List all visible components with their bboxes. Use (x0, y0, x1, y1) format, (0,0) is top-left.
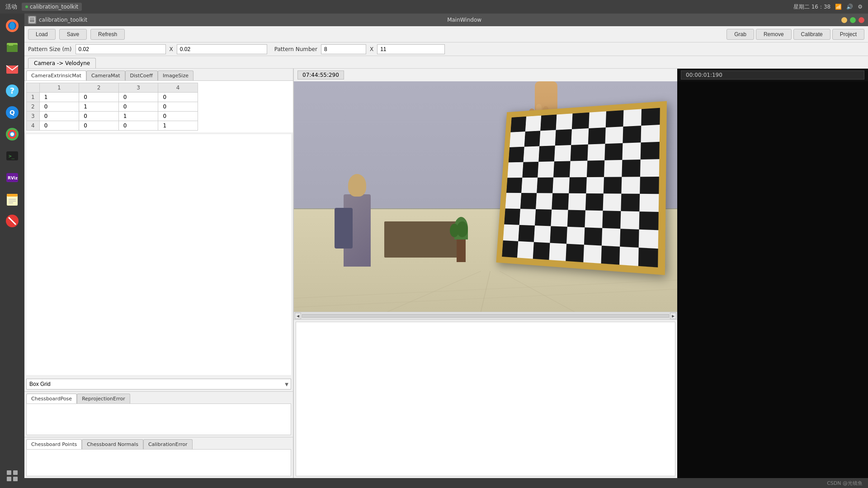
chess-cell (518, 225, 535, 242)
scroll-right-arrow[interactable]: ▶ (670, 313, 676, 319)
app-taskbar-label: calibration_toolkit (30, 4, 78, 10)
matrix-table: 1 2 3 4 1 1 0 (26, 83, 198, 131)
window-close-btn[interactable] (859, 17, 864, 23)
dock-chrome[interactable] (2, 124, 23, 145)
chess-cell (623, 126, 641, 143)
tab-chessboard-pose[interactable]: ChessboardPose (26, 394, 77, 404)
box-grid-select[interactable]: Box Grid (26, 379, 291, 389)
chess-cell (540, 114, 557, 131)
dock-notes[interactable] (2, 189, 23, 210)
svg-rect-3 (7, 45, 18, 52)
chess-cell (552, 177, 570, 193)
tab-image-size[interactable]: ImageSize (158, 70, 193, 80)
status-bar: CSDN @光镜鱼 (24, 478, 868, 488)
system-time: 星期二 16：38 (793, 3, 830, 11)
dock-files[interactable] (2, 37, 23, 58)
svg-line-34 (294, 280, 677, 298)
chess-cell (586, 160, 604, 177)
matrix-cell-2-1: 0 (39, 102, 79, 112)
chess-cell (551, 210, 568, 227)
chess-cell (536, 193, 552, 210)
chess-cell (622, 160, 640, 177)
chess-cell (585, 193, 603, 211)
chess-cell (510, 117, 526, 132)
dock-apps[interactable] (2, 465, 23, 486)
video-timestamp-row: 07:44:55:290 (294, 69, 677, 81)
matrix-cell-3-2: 0 (79, 112, 119, 121)
pattern-number-input1[interactable] (321, 44, 366, 54)
camera-velodyne-tab[interactable]: Camera -> Velodyne (28, 58, 96, 68)
dock-terminal[interactable]: >_ (2, 145, 23, 166)
right-timestamp-row: 00:00:01:190 (677, 69, 868, 81)
chess-cell (621, 194, 640, 211)
app-taskbar-item[interactable]: calibration_toolkit (22, 3, 82, 11)
chess-cell (525, 116, 541, 131)
matrix-cell-2-3: 0 (118, 102, 158, 112)
network-icon[interactable]: 📶 (835, 4, 842, 10)
chess-grid (502, 108, 660, 267)
tab-chessboard-points[interactable]: Chessboard Points (26, 439, 82, 449)
matrix-cell-4-4: 1 (158, 121, 198, 131)
chess-cell (641, 125, 660, 142)
chess-cell (605, 127, 623, 144)
dock-firefox[interactable] (2, 15, 23, 36)
chess-cell (589, 111, 606, 128)
chess-cell (550, 226, 568, 244)
chess-cell (552, 193, 569, 210)
calibrate-button[interactable]: Calibrate (793, 29, 830, 40)
scroll-left-arrow[interactable]: ◀ (295, 313, 301, 319)
tab-camera-mat[interactable]: CameraMat (86, 70, 125, 80)
app-dot (25, 5, 28, 8)
chess-cell (509, 131, 525, 147)
dock-blocked[interactable] (2, 211, 23, 231)
chess-cell (640, 176, 659, 194)
pattern-size-input2[interactable] (177, 44, 267, 54)
svg-line-32 (481, 271, 491, 312)
chess-cell (537, 177, 553, 193)
chess-cell (571, 128, 589, 145)
pattern-number-input2[interactable] (377, 44, 445, 54)
tab-reprojection-error[interactable]: ReprojectionError (77, 394, 130, 404)
matrix-cell-1-1: 1 (39, 93, 79, 102)
chess-cell (567, 210, 585, 228)
dock-qq[interactable]: Q (2, 102, 23, 123)
dock-help[interactable]: ? (2, 80, 23, 101)
window-minimize-btn[interactable] (841, 17, 847, 23)
tab-chessboard-normals[interactable]: Chessboard Normals (82, 439, 143, 449)
scroll-track[interactable] (302, 314, 669, 318)
window-maximize-btn[interactable] (850, 17, 856, 23)
matrix-row-2: 2 0 1 0 0 (27, 102, 198, 112)
project-button[interactable]: Project (832, 29, 864, 40)
dropdown-row: Box Grid ▼ (24, 377, 293, 391)
dock-rviz[interactable]: RViz (2, 167, 23, 188)
svg-rect-25 (7, 470, 11, 475)
matrix-cell-4-2: 0 (79, 121, 119, 131)
chess-cell (604, 160, 622, 177)
remove-button[interactable]: Remove (756, 29, 792, 40)
volume-icon[interactable]: 🔊 (846, 4, 853, 10)
chess-cell (506, 178, 522, 193)
tab-dist-coeff[interactable]: DistCoeff (125, 70, 158, 80)
power-icon[interactable]: ⚙ (858, 4, 863, 10)
grab-button[interactable]: Grab (726, 29, 754, 40)
pattern-size-input1[interactable] (75, 44, 166, 54)
save-button[interactable]: Save (59, 29, 87, 40)
chess-cell (522, 162, 538, 178)
dock-mail[interactable] (2, 59, 23, 80)
right-timestamp-badge: 00:00:01:190 (681, 70, 864, 80)
chess-cell (588, 127, 605, 144)
pose-content-area (26, 404, 291, 435)
matrix-row-header-1: 1 (27, 93, 40, 102)
tab-camera-extrinsic[interactable]: CameraExtrinsicMat (26, 70, 86, 80)
pattern-number-label: Pattern Number (274, 46, 317, 52)
floor-lines (294, 244, 677, 312)
tab-calibration-error[interactable]: CalibrationError (143, 439, 193, 449)
pose-tabs-row: ChessboardPose ReprojectionError (24, 391, 293, 404)
matrix-row-header-2: 2 (27, 102, 40, 112)
load-button[interactable]: Load (28, 29, 56, 40)
chess-cell (539, 130, 556, 146)
activities-button[interactable]: 活动 (5, 3, 17, 11)
chess-cell (587, 144, 605, 160)
refresh-button[interactable]: Refresh (90, 29, 125, 40)
center-info-content (296, 322, 675, 476)
